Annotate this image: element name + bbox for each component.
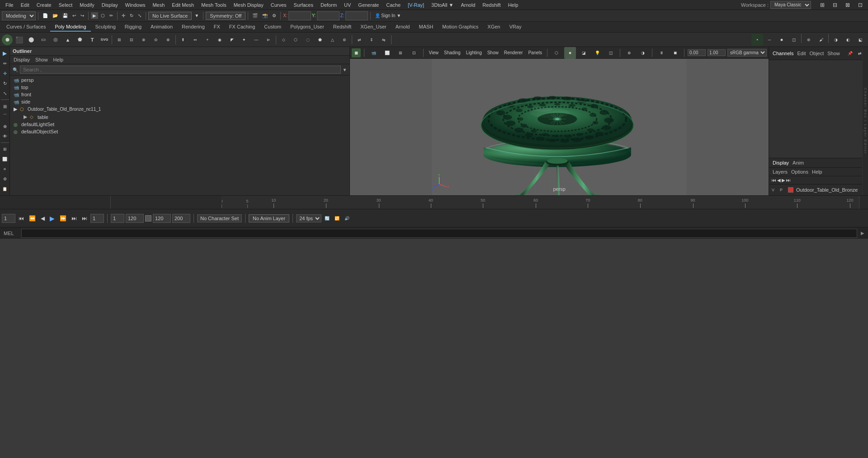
layout-icon-4[interactable]: ⊡	[854, 0, 866, 11]
poly-cylinder-btn[interactable]: ⬤	[25, 34, 37, 46]
sign-in-btn[interactable]: 👤 Sign In ▼	[373, 12, 403, 19]
menu-create[interactable]: Create	[33, 1, 55, 9]
vp-toggle-btn[interactable]: ◼	[352, 48, 361, 57]
object-tab[interactable]: Object	[809, 51, 824, 56]
poly-disk-btn[interactable]: ⬟	[74, 34, 86, 46]
collapse-btn[interactable]: ⊳	[263, 34, 274, 46]
combine-btn[interactable]: ⊞	[113, 34, 125, 46]
menu-mesh-display[interactable]: Mesh Display	[230, 1, 267, 9]
tree-item-default-object-set[interactable]: ◎ defaultObjectSet	[10, 128, 349, 135]
select-tool-btn[interactable]: ▶	[91, 12, 98, 19]
workspace-select[interactable]: Maya Classic	[770, 1, 811, 9]
rotate-tool-btn[interactable]: ↻	[128, 12, 135, 19]
vp-menu-renderer[interactable]: Renderer	[502, 50, 525, 55]
next-frame-btn[interactable]: ⏭	[80, 214, 89, 222]
poly-cone-btn[interactable]: ▲	[62, 34, 74, 46]
render-region-side[interactable]: ⬜	[0, 155, 9, 164]
channel-tab[interactable]: Channels	[773, 51, 793, 56]
tab-arnold[interactable]: Arnold	[391, 23, 415, 32]
poly-svg-btn[interactable]: SVG	[99, 34, 110, 46]
current-frame-input[interactable]: 1	[90, 214, 104, 223]
layout-icon-3[interactable]: ⊠	[842, 0, 854, 11]
channel-box-side[interactable]: 📋	[0, 184, 9, 194]
options-menu[interactable]: Options	[791, 169, 808, 175]
menu-cache[interactable]: Cache	[382, 1, 404, 9]
vp-value2-input[interactable]	[708, 49, 726, 56]
render-settings-btn[interactable]: ⚙	[270, 12, 278, 19]
right-pin-btn[interactable]: 📌	[845, 49, 854, 58]
tab-polygons-user[interactable]: Polygons_User	[286, 23, 329, 32]
tab-xgen-user[interactable]: XGen_User	[356, 23, 391, 32]
scale-tool-btn[interactable]: ⤡	[136, 12, 143, 19]
vp-value1-input[interactable]	[688, 49, 706, 56]
vp-camera-btn[interactable]: 📹	[368, 47, 379, 59]
paint-tool-btn[interactable]: ✏	[108, 12, 115, 19]
tree-item-table[interactable]: ▶ ◇ table	[10, 113, 349, 121]
menu-surfaces[interactable]: Surfaces	[290, 1, 317, 9]
outliner-menu-show[interactable]: Show	[35, 57, 48, 62]
play-fwd-btn[interactable]: ▶	[48, 214, 57, 223]
tab-rigging[interactable]: Rigging	[120, 23, 146, 32]
display-tab[interactable]: Display	[773, 160, 789, 165]
tree-item-outdoor-table[interactable]: ▶ ⬡ Outdoor_Table_Old_Bronze_nc11_1	[10, 105, 349, 113]
vp-menu-view[interactable]: View	[427, 50, 440, 55]
command-input[interactable]	[21, 229, 857, 238]
xray-btn[interactable]: ◑	[830, 34, 842, 46]
outliner-menu-display[interactable]: Display	[14, 57, 30, 62]
menu-help[interactable]: Help	[505, 1, 522, 9]
help-menu-right[interactable]: Help	[812, 169, 822, 175]
vp-menu-shading[interactable]: Shading	[442, 50, 462, 55]
connect-btn[interactable]: —	[250, 34, 262, 46]
bridge-btn[interactable]: ⇔	[189, 34, 201, 46]
tab-mash[interactable]: MASH	[414, 23, 438, 32]
tree-item-top[interactable]: 📹 top	[10, 84, 349, 91]
smooth-btn[interactable]: ◌	[302, 34, 314, 46]
component-mode-edge[interactable]: ─	[764, 34, 775, 46]
tree-item-default-light-set[interactable]: ◎ defaultLightSet	[10, 121, 349, 128]
poly-text-btn[interactable]: T	[86, 34, 98, 46]
layout-side[interactable]: ⊞	[0, 145, 9, 154]
move-tool-side[interactable]: ✛	[0, 69, 9, 78]
menu-edit[interactable]: Edit	[17, 1, 33, 9]
backface-btn[interactable]: ◐	[842, 34, 854, 46]
layer-next-btn[interactable]: ▶	[782, 178, 785, 183]
render-btn[interactable]: 🎬	[250, 12, 259, 19]
gamma-select[interactable]: sRGB gamma	[727, 49, 767, 57]
tab-fx[interactable]: FX	[209, 23, 225, 32]
layer-prev-prev-btn[interactable]: ⏮	[772, 178, 776, 183]
tree-item-side[interactable]: 📹 side	[10, 98, 349, 105]
tab-curves-surfaces[interactable]: Curves / Surfaces	[2, 23, 50, 32]
scale-tool-side[interactable]: ⤡	[0, 89, 9, 98]
paint-sel-btn[interactable]: 🖌	[815, 34, 827, 46]
ipr-btn[interactable]: 📸	[260, 12, 269, 19]
new-scene-btn[interactable]: 📄	[41, 12, 50, 19]
vp-stop-btn[interactable]: ⏹	[669, 47, 681, 59]
lasso-tool-btn[interactable]: ⬡	[99, 12, 107, 19]
mode-select[interactable]: Modeling	[2, 11, 36, 20]
char-set-btn[interactable]: No Character Set	[197, 214, 242, 222]
component-mode-vertex[interactable]: •	[751, 34, 763, 46]
boolean-inter-btn[interactable]: ⊗	[162, 34, 174, 46]
mirror-btn[interactable]: ⇌	[354, 34, 365, 46]
snap-grid-side[interactable]: ⊞	[0, 102, 9, 111]
menu-uv[interactable]: UV	[340, 1, 354, 9]
snap-point-side[interactable]: ⊕	[0, 122, 9, 131]
open-scene-btn[interactable]: 📂	[51, 12, 60, 19]
retopo-btn[interactable]: ⊚	[339, 34, 350, 46]
tab-vray[interactable]: VRay	[505, 23, 526, 32]
poly-torus-btn[interactable]: ◎	[50, 34, 61, 46]
play-fwd-fast-btn[interactable]: ⏩	[58, 214, 68, 222]
subdiv-btn[interactable]: ⬟	[314, 34, 326, 46]
vp-resolution-btn[interactable]: ⬜	[381, 47, 393, 59]
layer-next-next-btn[interactable]: ⏭	[786, 178, 791, 183]
tab-custom[interactable]: Custom	[259, 23, 286, 32]
coord-y-input[interactable]	[317, 11, 340, 20]
menu-mesh[interactable]: Mesh	[149, 1, 168, 9]
boolean-union-btn[interactable]: ⊕	[138, 34, 150, 46]
vp-shadows-btn[interactable]: ◫	[605, 47, 617, 59]
max-frame-input[interactable]	[172, 214, 190, 223]
soft-select-btn[interactable]: ⊛	[803, 34, 815, 46]
isolate-btn[interactable]: ⬕	[854, 34, 866, 46]
boolean-diff-btn[interactable]: ⊖	[150, 34, 162, 46]
bevel-btn[interactable]: ◇	[278, 34, 289, 46]
